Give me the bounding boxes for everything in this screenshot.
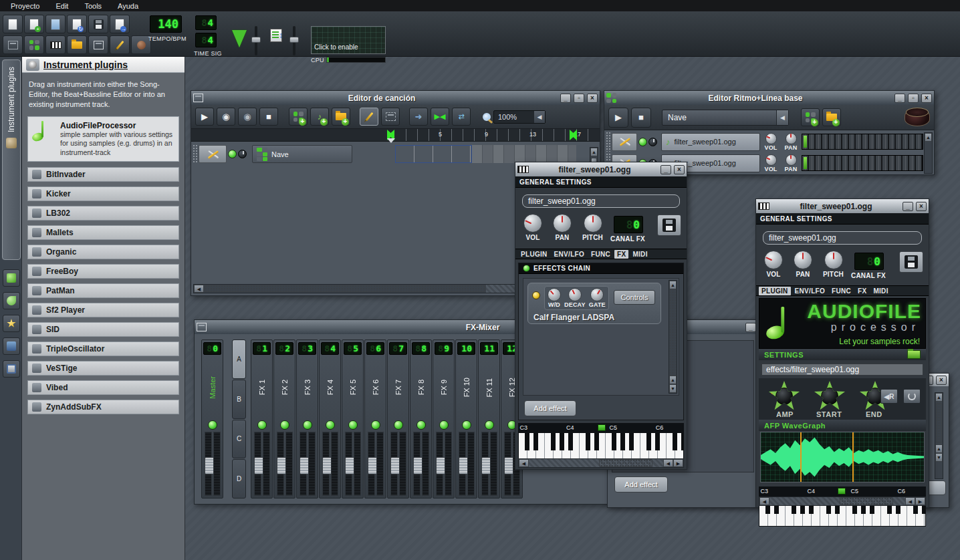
channel-led[interactable] (326, 420, 335, 430)
tempo-display[interactable]: 140 (150, 15, 182, 33)
scroll-down-icon[interactable]: ▼ (669, 384, 677, 393)
channel-fader[interactable] (367, 432, 384, 496)
plugin-list-item[interactable]: TripleOscillator (27, 341, 179, 356)
amp-knob[interactable] (768, 381, 800, 412)
beat-editor-titlebar[interactable]: Editor Ritmo+Línea base _ ▫ × (604, 91, 934, 105)
background-scrollbar[interactable]: ▲ ▲ ▼ (935, 392, 943, 479)
pattern-segment-blue[interactable] (395, 145, 472, 163)
plugin-list-item[interactable]: ZynAddSubFX (27, 400, 179, 414)
sidebar-tab-computer[interactable] (3, 360, 20, 378)
bank-button[interactable]: A (232, 339, 246, 379)
pattern-selector[interactable]: Nave◀ (662, 110, 789, 126)
track-actions-button[interactable] (199, 145, 227, 163)
vol-knob[interactable]: VOL (764, 251, 783, 278)
scroll-down-icon[interactable]: ▼ (935, 453, 943, 462)
vol-knob[interactable]: VOL (523, 214, 542, 241)
sample-end-marker[interactable] (852, 432, 854, 482)
plugin-item-audiofileprocessor[interactable]: AudioFileProcessor simple sampler with v… (27, 116, 179, 162)
pan-knob[interactable]: PAN (553, 214, 572, 241)
reverse-button[interactable]: ◀R (880, 389, 898, 404)
close-button[interactable]: × (916, 202, 927, 211)
gate-knob[interactable]: GATE (589, 288, 606, 308)
instrument-name-field[interactable]: filter_sweep01.ogg (763, 231, 922, 245)
track-grip[interactable] (606, 132, 610, 152)
track-solo-knob[interactable] (238, 150, 247, 158)
record-button[interactable]: ◉ (217, 108, 235, 126)
chain-scrollbar[interactable]: ▲ ▲ ▼ (669, 280, 677, 394)
scroll-up-icon[interactable]: ▲ (925, 133, 932, 142)
plugin-tab[interactable]: PLUGIN (759, 287, 791, 295)
channel-fader[interactable] (435, 432, 453, 496)
pitch-knob[interactable]: PITCH (823, 251, 844, 278)
fx-channel[interactable]: 10 FX 10 (455, 339, 477, 499)
scroll-up-icon[interactable]: ▲ (935, 393, 943, 402)
add-effect-button[interactable]: Add effect (524, 400, 576, 416)
import-button[interactable]: ↻ (67, 15, 87, 33)
loop-button[interactable] (903, 389, 921, 404)
master-fader[interactable] (204, 432, 221, 496)
minimize-button[interactable]: _ (560, 94, 571, 103)
scroll-left-icon[interactable]: ◀ (194, 285, 204, 293)
channel-fader[interactable] (299, 432, 316, 496)
scroll-up2-icon[interactable]: ▲ (669, 376, 677, 384)
add-sample-track-button[interactable]: ♪ (310, 108, 329, 126)
scroll-left-icon[interactable]: ◀ (519, 459, 529, 467)
fx-channel[interactable]: 89 FX 9 (433, 339, 455, 499)
track-solo-knob[interactable] (648, 138, 657, 146)
plugin-tab[interactable]: FX (855, 287, 869, 295)
timesig-numerator-display[interactable]: 84 (195, 15, 217, 30)
plugin-tab[interactable]: MIDI (630, 250, 650, 259)
effect-enabled-led[interactable] (532, 291, 540, 299)
save-preset-button[interactable] (899, 251, 923, 273)
track-mute-led[interactable] (638, 138, 647, 146)
maximize-button[interactable]: ▫ (574, 94, 584, 103)
sidebar-tab-samples[interactable] (3, 269, 20, 287)
fx-channel[interactable]: 82 FX 2 (273, 339, 295, 499)
channel-fader[interactable] (253, 432, 271, 496)
stop-button[interactable]: ■ (631, 108, 651, 128)
scroll-up-icon[interactable]: ▲ (669, 281, 677, 289)
edit-mode-button[interactable] (381, 108, 400, 126)
bank-button[interactable]: C (232, 420, 246, 459)
add-beat-track-button[interactable] (801, 108, 820, 126)
afp-window-titlebar[interactable]: filter_sweep01.ogg _ × (756, 199, 929, 213)
scroll-left-icon[interactable]: ◀ (759, 497, 769, 505)
track-name-box[interactable]: Nave (252, 145, 352, 163)
pan-knob-group[interactable]: PAN (782, 133, 800, 151)
zoom-combo[interactable]: 100%◀ (493, 110, 546, 124)
loop-end-marker2[interactable] (570, 130, 576, 140)
sidebar-tab-presets[interactable] (3, 292, 20, 309)
channel-fader[interactable] (344, 432, 362, 496)
plugin-list-item[interactable]: Organic (27, 245, 179, 259)
keyboard-scrollbar[interactable]: ◀ ◀ ▶ (759, 497, 926, 506)
plugin-tab[interactable]: FX (614, 250, 628, 259)
plugin-list-item[interactable]: PatMan (27, 283, 179, 298)
channel-fader[interactable] (458, 432, 475, 496)
minimize-button[interactable]: _ (903, 202, 913, 211)
fx-channel-master[interactable]: 80 Master (201, 339, 223, 499)
channel-fader[interactable] (412, 432, 430, 496)
close-button[interactable]: × (674, 165, 685, 174)
master-volume-slider[interactable] (255, 26, 257, 55)
track-actions-button[interactable] (612, 133, 637, 151)
stop-button[interactable]: ■ (259, 108, 278, 126)
channel-fader[interactable] (390, 432, 407, 496)
menu-item[interactable]: Edit (49, 1, 75, 11)
sample-window-titlebar[interactable]: filter_sweep01.ogg _ × (515, 162, 687, 176)
plugin-list-item[interactable]: VeSTige (27, 361, 179, 376)
export-project-button[interactable]: → (110, 15, 130, 33)
add-bb-track-button[interactable] (289, 108, 308, 126)
scroll-left2-icon[interactable]: ◀ (905, 497, 915, 505)
sidebar-tab-root[interactable] (3, 337, 20, 355)
menu-item[interactable]: Proyecto (4, 1, 46, 11)
open-project-button[interactable]: + (24, 15, 44, 33)
beat-cells[interactable] (802, 155, 923, 171)
channel-led[interactable] (485, 420, 494, 430)
swap-button[interactable]: ⇄ (452, 108, 471, 126)
scroll-right-icon[interactable]: ▶ (673, 459, 683, 467)
instrument-name-field[interactable]: filter_sweep01.ogg (522, 194, 680, 208)
save-project-button[interactable] (88, 15, 108, 33)
master-pitch-slider[interactable] (293, 26, 295, 55)
play-button[interactable]: ▶ (195, 108, 214, 126)
draw-mode-button[interactable] (360, 108, 378, 126)
